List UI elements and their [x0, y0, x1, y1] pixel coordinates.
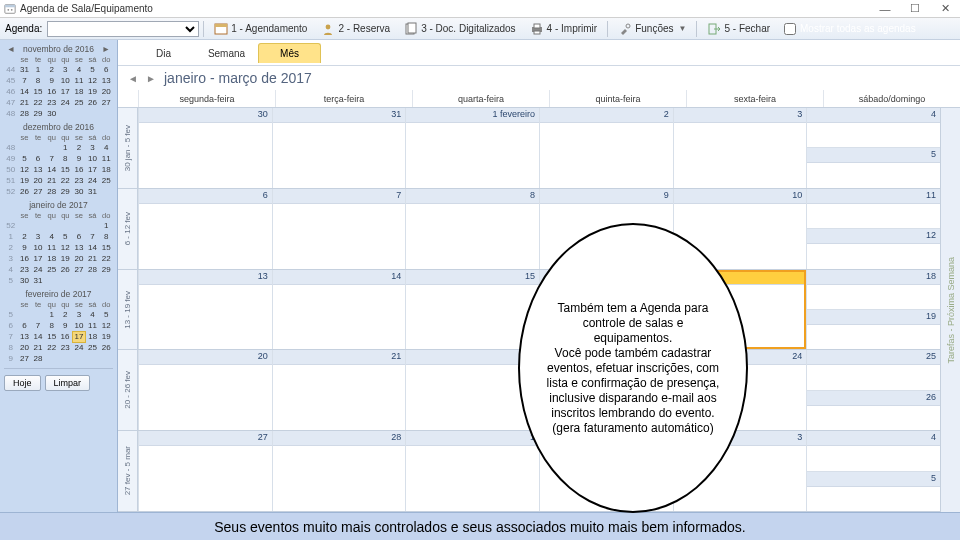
tools-icon [618, 22, 632, 36]
svg-rect-11 [534, 31, 540, 34]
toolbar-separator [203, 21, 204, 37]
period-prev[interactable]: ◄ [128, 73, 138, 83]
info-callout: Também tem a Agenda para controle de sal… [518, 223, 748, 513]
calendar-cell[interactable]: 7 [272, 189, 406, 269]
agenda-label: Agenda: [2, 23, 45, 34]
day-header: sexta-feira [686, 90, 823, 107]
mini-month[interactable]: janeiro de 2017seteququsesádo52112345678… [4, 199, 113, 286]
mini-month-title: fevereiro de 2017 [25, 289, 91, 299]
btn-hoje[interactable]: Hoje [4, 375, 41, 391]
calendar-cell[interactable]: 28 [272, 431, 406, 511]
chk-show-areas[interactable]: Mostrar todas as agendas [784, 23, 916, 35]
svg-rect-10 [534, 24, 540, 28]
btn-reserva-label: 2 - Reserva [338, 23, 390, 34]
btn-reserva[interactable]: 2 - Reserva [315, 19, 396, 39]
btn-docs[interactable]: 3 - Doc. Digitalizados [398, 19, 521, 39]
exit-icon [707, 22, 721, 36]
chk-show-areas-input[interactable] [784, 23, 796, 35]
calendar-cell[interactable]: 21 [272, 350, 406, 430]
mini-prev[interactable]: ◄ [6, 44, 16, 54]
calendar-cell[interactable]: 2526 [806, 350, 940, 430]
day-header: quarta-feira [412, 90, 549, 107]
week-label[interactable]: 27 fev - 5 mar [118, 431, 137, 512]
person-icon [321, 22, 335, 36]
week-label[interactable]: 6 - 12 fev [118, 189, 137, 270]
btn-funcoes-label: Funções [635, 23, 673, 34]
day-header: terça-feira [275, 90, 412, 107]
agenda-select[interactable] [47, 21, 199, 37]
btn-fechar-label: 5 - Fechar [724, 23, 770, 34]
calendar-cell[interactable]: 8 [405, 189, 539, 269]
view-tabs: Dia Semana Mês [132, 40, 321, 63]
chk-show-areas-label: Mostrar todas as agendas [800, 23, 916, 34]
calendar-cell[interactable]: 31 [272, 108, 406, 188]
week-label[interactable]: 20 - 26 fev [118, 350, 137, 431]
calendar-cell[interactable]: 1112 [806, 189, 940, 269]
svg-rect-1 [5, 4, 15, 7]
mini-month-title: dezembro de 2016 [23, 122, 94, 132]
calendar-cell[interactable]: 45 [806, 431, 940, 511]
toolbar-separator [696, 21, 697, 37]
calendar-cell[interactable]: 1 [405, 431, 539, 511]
week-spine: 30 jan - 5 fev6 - 12 fev13 - 19 fev20 - … [118, 108, 138, 512]
documents-icon [404, 22, 418, 36]
mini-month-title: novembro de 2016 [23, 44, 94, 54]
day-header: segunda-feira [138, 90, 275, 107]
week-label[interactable]: 30 jan - 5 fev [118, 108, 137, 189]
svg-rect-8 [408, 23, 416, 33]
window-title: Agenda de Sala/Equipamento [20, 3, 870, 14]
chevron-down-icon: ▼ [679, 24, 687, 33]
right-tasks-strip[interactable]: Tarefas - Próxima Semana [940, 108, 960, 512]
mini-calendar-panel: ◄novembro de 2016►seteququsesádo44311234… [0, 40, 118, 512]
mini-month[interactable]: fevereiro de 2017seteququsesádo512345667… [4, 288, 113, 364]
calendar-grid[interactable]: 30311 fevereiro2345678910111213141516171… [138, 108, 940, 512]
btn-docs-label: 3 - Doc. Digitalizados [421, 23, 515, 34]
calendar-cell[interactable]: 20 [138, 350, 272, 430]
bottom-caption-text: Seus eventos muito mais controlados e se… [214, 519, 745, 535]
btn-fechar[interactable]: 5 - Fechar [701, 19, 776, 39]
calendar-cell[interactable]: 2 [539, 108, 673, 188]
window-maximize-button[interactable]: ☐ [900, 0, 930, 18]
calendar-cell[interactable]: 1 fevereiro [405, 108, 539, 188]
svg-point-3 [11, 9, 13, 11]
svg-rect-5 [215, 24, 227, 27]
calendar-cell[interactable]: 13 [138, 270, 272, 350]
mini-month-title: janeiro de 2017 [29, 200, 88, 210]
window-minimize-button[interactable]: — [870, 0, 900, 18]
week-label[interactable]: 13 - 19 fev [118, 270, 137, 351]
calendar-icon [214, 22, 228, 36]
day-header: quinta-feira [549, 90, 686, 107]
calendar-cell[interactable]: 15 [405, 270, 539, 350]
svg-point-2 [7, 9, 9, 11]
svg-point-12 [626, 24, 630, 28]
window-close-button[interactable]: ✕ [930, 0, 960, 18]
info-callout-text: Também tem a Agenda para controle de sal… [546, 301, 720, 436]
btn-agendamento[interactable]: 1 - Agendamento [208, 19, 313, 39]
btn-imprimir-label: 4 - Imprimir [547, 23, 598, 34]
bottom-caption: Seus eventos muito mais controlados e se… [0, 512, 960, 540]
printer-icon [530, 22, 544, 36]
period-next[interactable]: ► [146, 73, 156, 83]
svg-point-6 [326, 24, 331, 29]
period-title: janeiro - março de 2017 [164, 70, 312, 86]
mini-next[interactable]: ► [101, 44, 111, 54]
btn-limpar[interactable]: Limpar [45, 375, 91, 391]
tab-semana[interactable]: Semana [195, 43, 258, 63]
tab-mes[interactable]: Mês [258, 43, 321, 63]
main-toolbar: Agenda: 1 - Agendamento 2 - Reserva 3 - … [0, 18, 960, 40]
calendar-cell[interactable]: 6 [138, 189, 272, 269]
app-icon [4, 3, 16, 15]
btn-funcoes[interactable]: Funções ▼ [612, 19, 692, 39]
day-header: sábado/domingo [823, 90, 960, 107]
calendar-cell[interactable]: 14 [272, 270, 406, 350]
mini-month[interactable]: ◄novembro de 2016►seteququsesádo44311234… [4, 43, 113, 119]
calendar-cell[interactable]: 27 [138, 431, 272, 511]
calendar-cell[interactable]: 3 [673, 108, 807, 188]
btn-imprimir[interactable]: 4 - Imprimir [524, 19, 604, 39]
calendar-cell[interactable]: 45 [806, 108, 940, 188]
calendar-cell[interactable]: 30 [138, 108, 272, 188]
mini-month[interactable]: dezembro de 2016seteququsesádo4812344956… [4, 121, 113, 197]
toolbar-separator [607, 21, 608, 37]
tab-dia[interactable]: Dia [132, 43, 195, 63]
calendar-cell[interactable]: 1819 [806, 270, 940, 350]
